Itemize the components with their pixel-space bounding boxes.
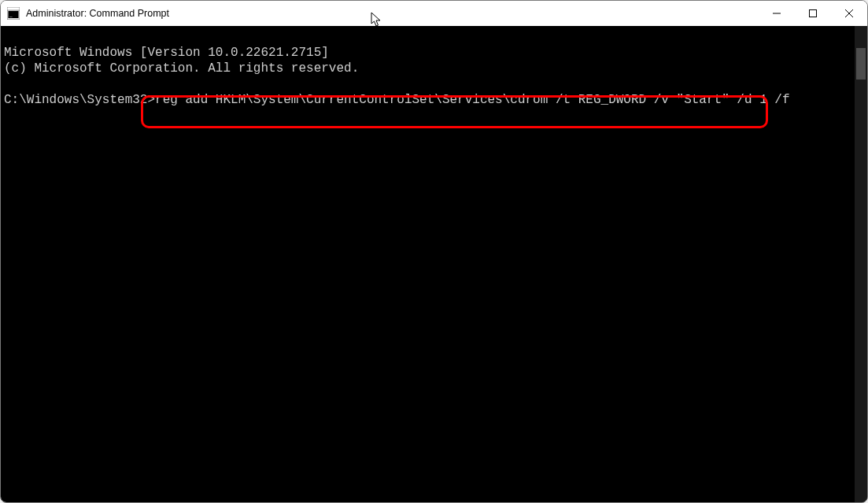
svg-rect-1 — [7, 7, 20, 10]
terminal-output: Microsoft Windows [Version 10.0.22621.27… — [1, 26, 855, 124]
titlebar[interactable]: _ Administrator: Command Prompt — [1, 1, 867, 26]
prompt: C:\Windows\System32> — [4, 92, 155, 108]
command-prompt-window: _ Administrator: Command Prompt Microsof… — [0, 0, 868, 503]
output-line: (c) Microsoft Corporation. All rights re… — [4, 61, 359, 76]
window-controls — [759, 1, 867, 26]
command-input[interactable]: reg add HKLM\System\CurrentControlSet\Se… — [155, 92, 790, 108]
minimize-button[interactable] — [759, 1, 795, 26]
vertical-scrollbar[interactable] — [855, 26, 867, 502]
svg-rect-5 — [810, 10, 817, 17]
terminal-client-area[interactable]: Microsoft Windows [Version 10.0.22621.27… — [1, 26, 867, 502]
close-button[interactable] — [831, 1, 867, 26]
svg-text:_: _ — [9, 12, 13, 18]
maximize-button[interactable] — [795, 1, 831, 26]
cmd-icon: _ — [7, 7, 20, 20]
output-line: Microsoft Windows [Version 10.0.22621.27… — [4, 46, 329, 60]
scrollbar-thumb[interactable] — [856, 48, 866, 80]
window-title: Administrator: Command Prompt — [26, 8, 169, 19]
